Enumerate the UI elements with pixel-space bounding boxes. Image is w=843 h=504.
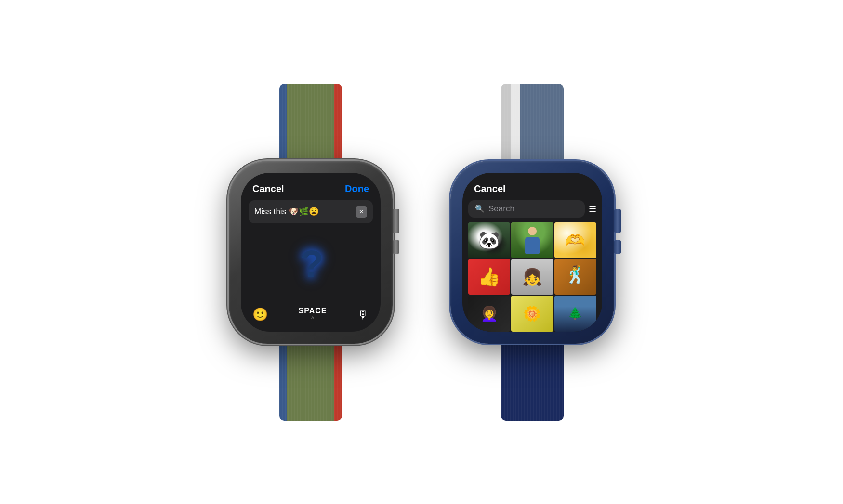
message-input-area[interactable]: Miss this 🐶🌿😩 ✕ (249, 200, 373, 223)
message-text: Miss this 🐶🌿😩 (254, 207, 356, 217)
thumbs-up-emoji: 👍 (478, 266, 501, 287)
search-placeholder: Search (488, 204, 514, 214)
watch-left-band-top (279, 84, 342, 161)
gif-cell-person[interactable] (511, 222, 553, 258)
list-icon[interactable]: ☰ (589, 204, 596, 214)
watch-left-screen: Cancel Done Miss this 🐶🌿😩 ✕ ? 🙂 (241, 173, 381, 332)
watch-left-crown[interactable] (393, 209, 399, 233)
watch-left: Cancel Done Miss this 🐶🌿😩 ✕ ? 🙂 (229, 84, 393, 421)
gif-cell-heart-hands[interactable]: 🫶 (554, 222, 596, 258)
gif-grid: 🐼 🫶 👍 (468, 222, 596, 332)
watch-right-band-bottom (501, 344, 564, 421)
gif-cell-dancer[interactable]: 🕺 (554, 259, 596, 295)
gif-cell-thumbs-up[interactable]: 👍 (468, 259, 510, 295)
cancel-button[interactable]: Cancel (252, 183, 284, 194)
flowers-emoji: 🌼 (523, 305, 541, 322)
scribble-area[interactable]: ? (241, 227, 381, 302)
scene-emoji: 🌲 (568, 307, 582, 320)
gif-picker-screen: Cancel 🔍 Search ☰ 🐼 (462, 173, 602, 332)
watch-left-side-button[interactable] (393, 240, 399, 254)
cartoon-girl-emoji: 👧 (522, 267, 542, 286)
gif-cancel-button[interactable]: Cancel (474, 183, 506, 194)
caret-icon: ^ (311, 315, 315, 323)
scribble-question-mark: ? (300, 242, 322, 286)
emoji-button[interactable]: 🙂 (252, 307, 268, 322)
gif-cell-scene[interactable]: 🌲 (554, 296, 596, 331)
heart-hands-emoji: 🫶 (566, 231, 585, 249)
watch-right-screen: Cancel 🔍 Search ☰ 🐼 (462, 173, 602, 332)
main-scene: Cancel Done Miss this 🐶🌿😩 ✕ ? 🙂 (0, 0, 843, 504)
gif-header: Cancel (462, 173, 602, 200)
dancer-emoji: 🕺 (565, 265, 586, 285)
watch-left-band-bottom (279, 344, 342, 421)
gif-cell-flowers[interactable]: 🌼 (511, 296, 553, 331)
afro-emoji: 👩‍🦱 (480, 305, 498, 322)
space-button[interactable]: SPACE ^ (299, 307, 327, 323)
watch-right-side-button[interactable] (614, 240, 621, 254)
message-header: Cancel Done (241, 173, 381, 200)
done-button[interactable]: Done (345, 183, 369, 194)
watch-right: Cancel 🔍 Search ☰ 🐼 (450, 84, 614, 421)
delete-button[interactable]: ✕ (356, 206, 367, 218)
search-icon: 🔍 (475, 204, 485, 213)
gif-cell-panda[interactable]: 🐼 (468, 222, 510, 258)
panda-emoji: 🐼 (478, 230, 500, 250)
gif-cell-afro[interactable]: 👩‍🦱 (468, 296, 510, 331)
watch-right-case: Cancel 🔍 Search ☰ 🐼 (450, 161, 614, 344)
microphone-button[interactable]: 🎙 (357, 308, 369, 322)
message-composer-screen: Cancel Done Miss this 🐶🌿😩 ✕ ? 🙂 (241, 173, 381, 332)
watch-left-case: Cancel Done Miss this 🐶🌿😩 ✕ ? 🙂 (229, 161, 393, 344)
search-row: 🔍 Search ☰ (468, 200, 596, 218)
gif-cell-cartoon[interactable]: 👧 (511, 259, 553, 295)
search-bar[interactable]: 🔍 Search (468, 200, 585, 218)
person-figure (523, 227, 542, 256)
watch-right-band-top (501, 84, 564, 161)
watch-right-crown[interactable] (614, 209, 621, 233)
keyboard-toolbar: 🙂 SPACE ^ 🎙 (241, 302, 381, 332)
